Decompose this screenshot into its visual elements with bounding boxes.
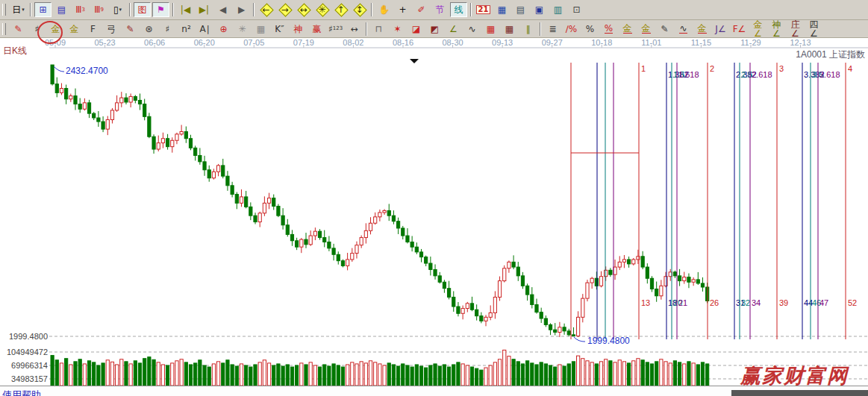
ruler-grid-icon[interactable]: ♯ (159, 22, 176, 37)
shen-icon[interactable]: 神 (290, 22, 307, 37)
zoom-in-icon[interactable]: ↑ (332, 2, 349, 17)
crosshair-icon[interactable]: + (394, 2, 411, 17)
star-burst-icon: ✳ (238, 25, 246, 34)
fan-box2-icon: ◩ (431, 25, 439, 34)
status-text: 使用帮助 (2, 389, 41, 396)
parallel-lines-icon[interactable]: ∥ (519, 22, 537, 37)
brush2-icon[interactable]: ✎ (122, 22, 139, 37)
gold-band-icon[interactable]: 金 (693, 22, 711, 37)
angle-lines-icon: ∠ (449, 25, 458, 34)
dark-grid-icon[interactable]: ▦ (501, 22, 518, 37)
scroll-marker-triangle-icon[interactable] (410, 59, 419, 63)
next-page-icon[interactable]: ▶ (233, 2, 250, 17)
gold-grid-icon[interactable]: 金 (66, 22, 83, 37)
shen-angle-icon[interactable]: 神∠ (768, 22, 785, 37)
percent-line-icon: % (605, 24, 613, 34)
f-lines-icon[interactable]: F (84, 22, 102, 37)
f-angle-icon[interactable]: F∠ (731, 22, 748, 37)
gold-angle-icon[interactable]: 金∠ (749, 22, 766, 37)
status-bar-dark-segment (731, 390, 868, 396)
signal-flag-icon: ⚑ (157, 5, 165, 14)
last-page-icon[interactable]: ▶| (196, 2, 213, 17)
cycle-tool-icon[interactable]: 节 (431, 2, 449, 17)
zoom-all-icon[interactable]: ✳ (313, 2, 331, 17)
brush-icon[interactable]: ✎ (10, 22, 27, 37)
printer-icon: ⊡ (572, 5, 580, 14)
shen-angle-icon: 神∠ (769, 20, 784, 38)
prev-page-icon[interactable]: ◀ (214, 2, 231, 17)
wave-tool-icon[interactable]: ∿ (675, 22, 692, 37)
wave-tool-icon: ∿ (679, 24, 687, 34)
si-angle-icon[interactable]: 四∠ (805, 22, 822, 37)
next-page-icon: ▶ (238, 5, 245, 14)
ma9-icon[interactable]: Ⅲ9 (90, 2, 107, 17)
zoom-out-icon[interactable]: ↕ (351, 2, 368, 17)
ying-icon[interactable]: 赢 (308, 22, 325, 37)
trend-percent-icon[interactable]: ∕% (563, 22, 580, 37)
window-layout-icon[interactable]: ⊞ (34, 2, 51, 17)
save-icon[interactable]: ▣ (531, 2, 548, 17)
j-angle-icon: J∠ (715, 25, 725, 34)
measure-brush-icon: ✎ (661, 25, 668, 34)
gold-line-icon[interactable]: 金 (637, 22, 655, 37)
fan-rays-icon[interactable]: ✶ (389, 22, 406, 37)
compass-icon[interactable]: ⊕ (215, 22, 232, 37)
first-page-icon[interactable]: |◀ (177, 2, 194, 17)
abc-measure-icon[interactable]: A∣ (196, 22, 213, 37)
gold-circle-icon[interactable]: 金 (619, 22, 636, 37)
measure-brush-icon[interactable]: ✎ (656, 22, 673, 37)
zigzag-icon[interactable]: ∿ (463, 22, 481, 37)
fib-time-zone-lines[interactable]: 1.382181.5201.618212.382312.5322.618343.… (571, 63, 857, 339)
k-note-icon[interactable]: K″ (271, 22, 288, 37)
mark-pointer-icon[interactable]: ✐ (413, 2, 430, 17)
draw-line-panel-icon[interactable]: 线 (450, 2, 467, 17)
scroll-left-icon[interactable]: ← (257, 2, 275, 17)
info-list-icon[interactable]: ▤ (53, 2, 70, 17)
period-selector[interactable]: 日▾ (10, 2, 27, 17)
kline-chart[interactable]: 05-0905-2306-0606-2007-0507-1908-0208-16… (0, 38, 868, 386)
ruler-123-icon[interactable]: ♯123 (327, 22, 344, 37)
percent-line-icon[interactable]: % (600, 22, 617, 37)
j-angle-icon[interactable]: J∠ (712, 22, 729, 37)
signal-flag-icon[interactable]: ⚑ (152, 2, 169, 17)
calendar-icon[interactable]: 21 (475, 2, 492, 17)
draw-line-panel-icon: 线 (455, 5, 463, 14)
star-burst-icon[interactable]: ✳ (234, 22, 251, 37)
levels-percent-icon[interactable]: ≣ (544, 22, 561, 37)
scroll-right-icon[interactable]: → (276, 2, 293, 17)
chart-area[interactable]: 05-0905-2306-0606-2007-0507-1908-0208-16… (0, 38, 868, 386)
memo-icon[interactable]: ▤ (512, 2, 529, 17)
calendar-icon: 21 (476, 5, 491, 14)
ma3-icon[interactable]: Ⅲ3 (72, 2, 89, 17)
zhuang-angle-icon[interactable]: 庄∠ (787, 22, 804, 37)
svg-text:2.618: 2.618 (752, 70, 772, 79)
gold-section-icon[interactable]: 金 (47, 22, 64, 37)
frame-tool-icon[interactable]: ⊓ (370, 22, 387, 37)
zoom-fit-icon[interactable]: ↔ (295, 2, 312, 17)
gold-grid-icon: 金 (70, 25, 79, 34)
percent-icon[interactable]: % (581, 22, 599, 37)
gann-grid-icon[interactable]: ♯ (28, 22, 46, 37)
red-grid-icon[interactable]: ▦ (482, 22, 499, 37)
angle-lines-icon[interactable]: ∠ (445, 22, 462, 37)
export-icon[interactable]: ▥ (549, 2, 566, 17)
toolbar-grip[interactable] (2, 4, 6, 16)
kline-pattern-icon[interactable]: 图 (134, 2, 151, 17)
zigzag-icon: ∿ (468, 25, 475, 34)
toolbar-separator (470, 3, 472, 16)
matrix-icon[interactable]: ▦ (493, 2, 511, 17)
width-measure-icon[interactable]: ↔ (346, 22, 363, 37)
bow-tool-icon[interactable]: 弓 (103, 22, 120, 37)
boxed-grid-icon[interactable]: ▦ (252, 22, 269, 37)
circle-tool-icon[interactable]: ⊛ (140, 22, 157, 37)
n2-icon[interactable]: n² (178, 22, 195, 37)
svg-text:3: 3 (779, 64, 784, 73)
candle-style-icon[interactable]: ▯▾ (109, 2, 126, 17)
pan-hand-icon[interactable]: ✋ (375, 2, 393, 17)
date-axis: 05-0905-2306-0606-2007-0507-1908-0208-16… (45, 38, 868, 48)
printer-icon[interactable]: ⊡ (568, 2, 585, 17)
fan-box2-icon[interactable]: ◩ (426, 22, 443, 37)
fan-box-icon[interactable]: ◪ (408, 22, 425, 37)
toolbar-grip[interactable] (2, 23, 6, 35)
svg-text:07-19: 07-19 (293, 38, 314, 47)
